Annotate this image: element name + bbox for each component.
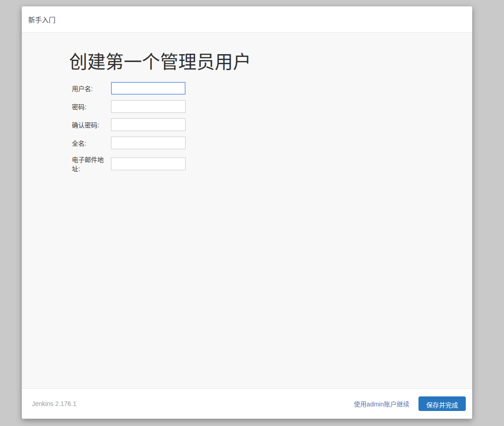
wizard-footer: Jenkins 2.176.1 使用admin账户继续 保存并完成 xyxy=(22,388,472,419)
fullname-label: 全名: xyxy=(72,138,111,147)
setup-wizard-dialog: 新手入门 创建第一个管理员用户 用户名: 密码: 确认密码: 全名: 电子邮件地… xyxy=(22,6,472,419)
form-row-password: 密码: xyxy=(69,100,454,113)
wizard-title: 新手入门 xyxy=(28,15,55,24)
form-row-confirm-password: 确认密码: xyxy=(69,118,454,131)
continue-as-admin-link[interactable]: 使用admin账户继续 xyxy=(354,399,409,408)
save-and-finish-button[interactable]: 保存并完成 xyxy=(418,396,466,411)
page-title: 创建第一个管理员用户 xyxy=(69,51,454,73)
footer-actions: 使用admin账户继续 保存并完成 xyxy=(354,396,466,411)
username-input[interactable] xyxy=(111,82,186,95)
wizard-content: 创建第一个管理员用户 用户名: 密码: 确认密码: 全名: 电子邮件地址: xyxy=(22,33,472,388)
confirm-password-label: 确认密码: xyxy=(72,120,111,129)
form-row-email: 电子邮件地址: xyxy=(69,155,454,173)
wizard-header: 新手入门 xyxy=(22,6,472,33)
password-input[interactable] xyxy=(111,100,186,113)
email-input[interactable] xyxy=(111,157,186,170)
confirm-password-input[interactable] xyxy=(111,118,186,131)
form-row-fullname: 全名: xyxy=(69,137,454,149)
fullname-input[interactable] xyxy=(111,137,186,149)
form-row-username: 用户名: xyxy=(69,82,454,95)
email-label: 电子邮件地址: xyxy=(72,155,111,173)
password-label: 密码: xyxy=(72,102,111,111)
username-label: 用户名: xyxy=(72,84,111,93)
jenkins-version-label: Jenkins 2.176.1 xyxy=(32,400,76,407)
